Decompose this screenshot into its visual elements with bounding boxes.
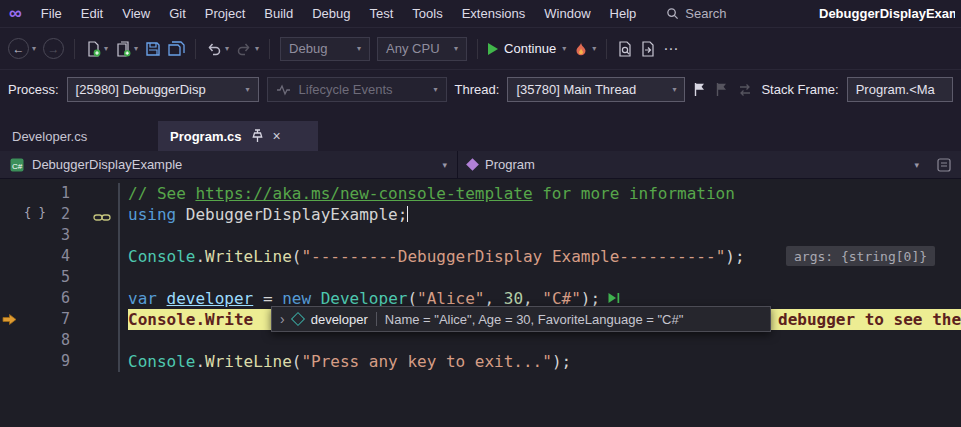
close-tab-button[interactable]: × <box>273 128 281 144</box>
tab-label: Program.cs <box>170 129 242 144</box>
current-statement-arrow-icon[interactable] <box>2 312 17 330</box>
pin-tab-button[interactable] <box>251 129 264 143</box>
navigate-to-button[interactable] <box>640 41 656 57</box>
code-line-2[interactable]: 2using DebuggerDisplayExample; <box>0 204 961 225</box>
chevron-down-icon: ▾ <box>434 86 438 94</box>
menu-extensions[interactable]: Extensions <box>453 3 535 24</box>
visual-studio-logo-icon: ∞ <box>9 4 22 22</box>
braces-margin-icon[interactable]: { } <box>24 206 46 220</box>
menu-window[interactable]: Window <box>535 3 599 24</box>
save-button[interactable] <box>145 41 161 57</box>
debug-location-toolbar: Process: [25980] DebuggerDisp ▾ Lifecycl… <box>0 69 961 109</box>
chevron-down-icon: ▾ <box>442 160 447 170</box>
standard-toolbar: ← ▾ → ▾ ▾ ▾ ▾ Debug <box>0 27 961 69</box>
datatip-expander[interactable]: › <box>280 311 285 327</box>
menu-file[interactable]: File <box>32 3 71 24</box>
add-item-button[interactable]: ▾ <box>115 41 138 57</box>
line-number: 9 <box>0 351 70 372</box>
toggle-current-thread-button[interactable] <box>737 83 753 97</box>
find-in-files-button[interactable] <box>617 41 633 57</box>
datatip-tooltip[interactable]: › developer Name = "Alice", Age = 30, Fa… <box>271 306 771 332</box>
chevron-down-icon: ▾ <box>104 45 108 53</box>
lifecycle-events-icon <box>276 84 291 96</box>
navigate-back-button[interactable]: ← ▾ <box>8 38 36 59</box>
tab-program-cs[interactable]: Program.cs × <box>158 121 318 151</box>
toolbar-separator <box>269 39 270 59</box>
code-line-9[interactable]: 9Console.WriteLine("Press any key to exi… <box>0 351 961 372</box>
svg-text:C#: C# <box>12 161 23 170</box>
show-threads-flag-button[interactable] <box>693 82 707 97</box>
menu-test[interactable]: Test <box>360 3 402 24</box>
project-name: DebuggerDisplayExample <box>32 157 182 172</box>
hot-reload-button[interactable]: ▾ <box>573 41 596 57</box>
chevron-down-icon: ▾ <box>357 45 361 53</box>
variable-icon <box>291 312 305 326</box>
code-line-1[interactable]: 1// See https://aka.ms/new-console-templ… <box>0 183 961 204</box>
code-line-5[interactable]: 5 <box>0 267 961 288</box>
menu-git[interactable]: Git <box>160 3 195 24</box>
add-item-icon <box>115 41 131 57</box>
navigate-forward-button[interactable]: → <box>43 38 64 59</box>
inline-debug-value[interactable]: args: {string[0]} <box>786 246 935 266</box>
menu-project[interactable]: Project <box>196 3 254 24</box>
menu-build[interactable]: Build <box>255 3 302 24</box>
toolbar-separator <box>606 39 607 59</box>
visual-studio-window: ∞ File Edit View Git Project Build Debug… <box>0 0 961 427</box>
chevron-down-icon: ▾ <box>454 45 458 53</box>
class-icon <box>466 158 479 171</box>
redo-button[interactable]: ▾ <box>236 41 259 57</box>
editor-options-icon[interactable] <box>937 158 951 172</box>
flag-icon <box>693 82 707 97</box>
save-all-icon <box>168 41 185 57</box>
continue-label: Continue <box>504 41 556 56</box>
thread-dropdown[interactable]: [35780] Main Thread ▾ <box>507 77 685 102</box>
lifecycle-events-dropdown[interactable]: Lifecycle Events ▾ <box>267 77 447 102</box>
code-line-3[interactable]: 3 <box>0 225 961 246</box>
datatip-variable-name: developer <box>311 312 368 327</box>
chevron-down-icon: ▾ <box>255 45 259 53</box>
undo-button[interactable]: ▾ <box>206 41 229 57</box>
stack-frame-dropdown[interactable]: Program.<Ma <box>847 77 953 102</box>
chrome-spacer <box>0 109 961 121</box>
process-dropdown[interactable]: [25980] DebuggerDisp ▾ <box>67 77 259 102</box>
line-number: 5 <box>0 267 70 288</box>
play-icon <box>488 43 498 55</box>
configuration-value: Debug <box>289 41 327 56</box>
project-dropdown[interactable]: C# DebuggerDisplayExample ▾ <box>0 151 458 178</box>
solution-platform-dropdown[interactable]: Any CPU ▾ <box>377 37 467 61</box>
chevron-down-icon: ▾ <box>246 86 250 94</box>
link-margin-icon[interactable] <box>93 209 111 227</box>
code-editor[interactable]: 1// See https://aka.ms/new-console-templ… <box>0 179 961 427</box>
line-number: 3 <box>0 225 70 246</box>
chevron-down-icon: ▾ <box>914 160 919 170</box>
menu-tools[interactable]: Tools <box>403 3 451 24</box>
menu-debug[interactable]: Debug <box>303 3 359 24</box>
window-title: DebuggerDisplayExample <box>819 6 955 21</box>
datatip-separator <box>376 312 377 326</box>
save-all-button[interactable] <box>168 41 185 57</box>
menu-help[interactable]: Help <box>601 3 646 24</box>
menu-view[interactable]: View <box>113 3 159 24</box>
line-number: 6 <box>0 288 70 309</box>
platform-value: Any CPU <box>386 41 439 56</box>
search-box[interactable]: Search <box>658 4 734 23</box>
forward-arrow-icon: → <box>43 38 64 59</box>
tab-developer-cs[interactable]: Developer.cs <box>0 121 158 151</box>
toolbar-overflow-button[interactable]: ⋯ <box>663 40 679 58</box>
flagged-threads-button[interactable] <box>715 82 729 97</box>
stack-frame-value: Program.<Ma <box>856 82 935 97</box>
toolbar-separator <box>477 39 478 59</box>
new-file-button[interactable]: ▾ <box>85 41 108 57</box>
continue-button[interactable]: Continue ▾ <box>488 41 566 56</box>
member-dropdown[interactable]: Program ▾ <box>458 151 961 178</box>
chevron-down-icon: ▾ <box>592 45 596 53</box>
toolbar-separator <box>74 39 75 59</box>
thread-label: Thread: <box>455 82 500 97</box>
lifecycle-events-label: Lifecycle Events <box>299 82 393 97</box>
menu-edit[interactable]: Edit <box>72 3 112 24</box>
code-line-8[interactable]: 8 <box>0 330 961 351</box>
stack-frame-label: Stack Frame: <box>761 82 838 97</box>
find-in-files-icon <box>617 41 633 57</box>
solution-configuration-dropdown[interactable]: Debug ▾ <box>280 37 370 61</box>
chevron-down-icon: ▾ <box>562 45 566 53</box>
